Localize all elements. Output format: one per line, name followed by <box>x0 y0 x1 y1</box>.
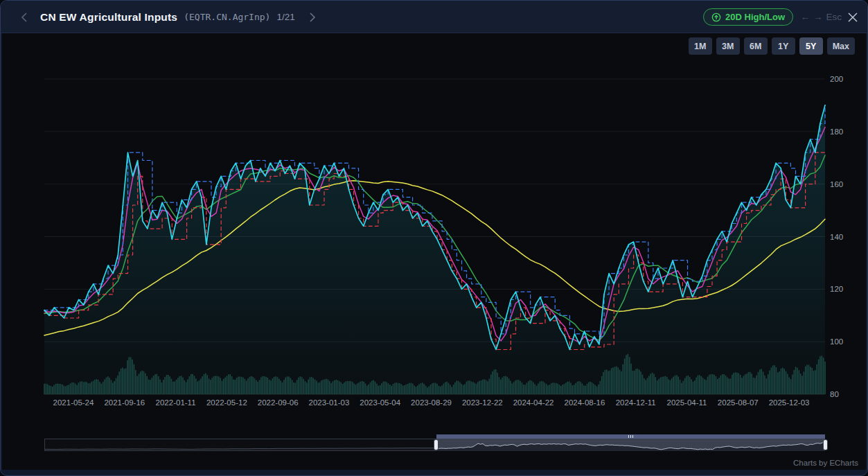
forward-button[interactable] <box>305 10 321 25</box>
svg-text:2023-01-03: 2023-01-03 <box>309 398 350 407</box>
svg-text:2023-05-04: 2023-05-04 <box>360 398 400 407</box>
svg-text:2022-09-06: 2022-09-06 <box>258 398 299 407</box>
chevron-left-icon <box>21 12 27 22</box>
svg-text:2025-08-07: 2025-08-07 <box>718 398 759 407</box>
svg-text:2021-09-16: 2021-09-16 <box>104 398 145 407</box>
prev-arrow-hint[interactable]: ← <box>800 12 810 22</box>
app-window: CN EW Agricultural Inputs (EQTR.CN.AgrIn… <box>0 0 868 476</box>
next-arrow-hint[interactable]: → <box>813 12 823 22</box>
page-title: CN EW Agricultural Inputs <box>40 11 177 24</box>
svg-text:2024-08-16: 2024-08-16 <box>564 398 605 407</box>
back-button[interactable] <box>16 10 31 25</box>
svg-text:160: 160 <box>830 180 843 188</box>
svg-text:2024-04-22: 2024-04-22 <box>513 398 554 407</box>
close-icon <box>848 12 858 22</box>
title-bar: CN EW Agricultural Inputs (EQTR.CN.AgrIn… <box>1 1 867 33</box>
chevron-right-icon <box>310 12 316 22</box>
datazoom-left-handle[interactable] <box>434 439 439 450</box>
echarts-attribution: Charts by ECharts <box>793 459 858 467</box>
datazoom-shadow-selected <box>436 439 825 451</box>
datazoom-selected-window[interactable] <box>436 439 825 451</box>
svg-text:180: 180 <box>830 127 843 136</box>
svg-text:100: 100 <box>830 337 843 346</box>
svg-text:2022-01-11: 2022-01-11 <box>156 398 196 407</box>
svg-text:2025-12-03: 2025-12-03 <box>769 398 810 407</box>
datazoom-shadow-left <box>45 439 436 450</box>
svg-text:2023-08-29: 2023-08-29 <box>411 398 452 407</box>
svg-text:2021-05-24: 2021-05-24 <box>53 398 94 407</box>
svg-text:200: 200 <box>830 75 843 83</box>
svg-text:2022-05-12: 2022-05-12 <box>206 398 247 407</box>
keyboard-hint: ← → Esc <box>800 1 842 33</box>
svg-text:80: 80 <box>830 390 839 398</box>
highlow-toggle-badge[interactable]: 20D High/Low <box>703 8 793 26</box>
svg-text:140: 140 <box>830 233 843 241</box>
grip-icon <box>628 435 635 438</box>
circle-arrow-up-icon <box>711 12 721 22</box>
price-chart[interactable]: 200180160140120100802021-05-242021-09-16… <box>1 33 868 430</box>
close-button[interactable] <box>847 11 859 24</box>
datazoom-right-handle[interactable] <box>823 439 828 450</box>
esc-hint-label: Esc <box>826 12 842 22</box>
svg-text:2024-12-11: 2024-12-11 <box>616 398 656 407</box>
page-title-group: CN EW Agricultural Inputs (EQTR.CN.AgrIn… <box>40 1 321 33</box>
ticker-symbol: (EQTR.CN.AgrInp) <box>184 12 270 22</box>
chart-panel: 1M 3M 6M 1Y 5Y Max 200180160140120100802… <box>2 33 866 470</box>
datazoom-track-unselected[interactable] <box>44 439 436 451</box>
svg-text:120: 120 <box>830 285 843 293</box>
svg-text:2025-04-11: 2025-04-11 <box>666 398 707 407</box>
datazoom-selection[interactable] <box>436 434 825 451</box>
page-indicator: 1/21 <box>276 12 294 22</box>
svg-text:2023-12-22: 2023-12-22 <box>462 398 503 407</box>
highlow-badge-label: 20D High/Low <box>725 12 785 22</box>
